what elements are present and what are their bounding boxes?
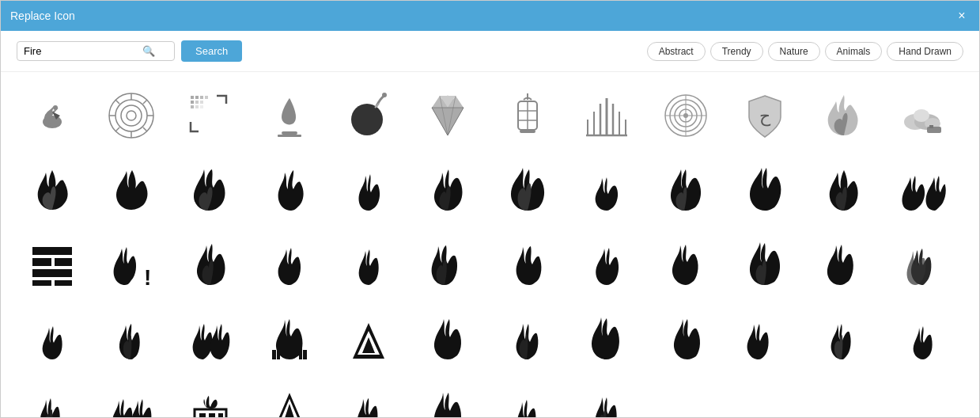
search-icon: 🔍: [142, 45, 155, 57]
icon-cell[interactable]: [492, 154, 563, 226]
icon-cell[interactable]: [333, 229, 404, 300]
svg-line-12: [143, 100, 147, 104]
filter-abstract[interactable]: Abstract: [647, 42, 706, 61]
svg-rect-14: [191, 96, 194, 99]
icon-cell[interactable]: !: [96, 229, 167, 300]
icon-cell[interactable]: [96, 80, 167, 151]
svg-rect-15: [195, 96, 199, 99]
icon-cell[interactable]: [254, 80, 325, 151]
icon-cell[interactable]: [492, 378, 563, 417]
search-area: 🔍 Search: [17, 40, 242, 62]
icon-cell[interactable]: [650, 303, 721, 374]
icon-cell[interactable]: [492, 80, 563, 151]
svg-line-13: [115, 127, 119, 131]
icon-cell[interactable]: ح: [729, 80, 800, 151]
search-button-label: Search: [195, 45, 228, 57]
icon-cell[interactable]: [333, 80, 404, 151]
svg-rect-64: [32, 247, 72, 255]
icon-cell[interactable]: [571, 229, 642, 300]
filter-hand-drawn[interactable]: Hand Drawn: [887, 42, 963, 61]
icon-grid: ح: [17, 80, 963, 417]
svg-rect-20: [205, 96, 208, 99]
icon-cell[interactable]: [17, 80, 88, 151]
svg-point-27: [382, 93, 387, 97]
icon-cell[interactable]: [412, 303, 483, 374]
svg-rect-62: [927, 127, 941, 133]
icon-cell[interactable]: [650, 80, 721, 151]
close-button[interactable]: ×: [954, 8, 970, 24]
svg-rect-78: [218, 413, 223, 417]
icon-cell[interactable]: [96, 154, 167, 226]
icon-cell[interactable]: [17, 378, 88, 417]
svg-rect-23: [200, 105, 203, 108]
svg-rect-24: [282, 131, 297, 135]
icon-cell[interactable]: [808, 303, 880, 374]
icon-cell[interactable]: [729, 303, 800, 374]
search-input[interactable]: [24, 45, 142, 57]
icon-cell[interactable]: [175, 378, 246, 417]
icon-cell[interactable]: [17, 229, 88, 300]
svg-rect-72: [277, 347, 280, 359]
svg-point-3: [115, 100, 147, 131]
svg-rect-21: [191, 105, 194, 108]
icon-cell[interactable]: [650, 229, 721, 300]
icon-cell[interactable]: [412, 80, 483, 151]
svg-text:ح: ح: [759, 106, 771, 127]
title-bar-label: Replace Icon: [10, 10, 75, 22]
svg-rect-76: [199, 413, 206, 417]
icon-cell[interactable]: [17, 303, 88, 374]
svg-rect-73: [299, 347, 302, 359]
filter-animals[interactable]: Animals: [825, 42, 883, 61]
icon-cell[interactable]: [412, 154, 483, 226]
svg-rect-22: [195, 105, 199, 108]
icon-cell[interactable]: [887, 80, 959, 151]
icon-cell[interactable]: [333, 378, 404, 417]
icon-cell[interactable]: [254, 378, 325, 417]
icon-cell[interactable]: [571, 154, 642, 226]
icon-cell[interactable]: [571, 80, 642, 151]
icon-cell[interactable]: [96, 303, 167, 374]
icon-cell[interactable]: [333, 303, 404, 374]
icon-cell[interactable]: [96, 378, 167, 417]
icon-cell[interactable]: [571, 303, 642, 374]
svg-line-11: [143, 127, 147, 131]
icon-cell[interactable]: [650, 154, 721, 226]
svg-point-5: [127, 111, 136, 120]
svg-rect-17: [191, 101, 194, 104]
icon-cell[interactable]: [412, 229, 483, 300]
search-input-wrapper: 🔍: [17, 41, 175, 61]
icon-cell[interactable]: [729, 229, 800, 300]
svg-point-26: [351, 104, 383, 135]
icon-cell[interactable]: [412, 378, 483, 417]
icon-cell[interactable]: [492, 229, 563, 300]
icon-cell[interactable]: [17, 154, 88, 226]
filter-nature[interactable]: Nature: [768, 42, 820, 61]
icon-cell[interactable]: [808, 154, 880, 226]
svg-line-10: [115, 100, 119, 104]
icon-cell[interactable]: [571, 378, 642, 417]
svg-rect-40: [520, 130, 535, 133]
icon-cell[interactable]: [887, 229, 959, 300]
icon-cell[interactable]: [254, 154, 325, 226]
icon-cell[interactable]: [175, 80, 246, 151]
filter-trendy[interactable]: Trendy: [710, 42, 763, 61]
svg-rect-67: [32, 269, 72, 277]
icon-cell[interactable]: [254, 303, 325, 374]
icon-grid-container[interactable]: ح: [1, 72, 979, 417]
svg-rect-63: [929, 125, 933, 128]
icon-cell[interactable]: [175, 303, 246, 374]
svg-rect-74: [303, 350, 307, 359]
icon-cell[interactable]: [808, 229, 880, 300]
icon-cell[interactable]: [254, 229, 325, 300]
icon-cell[interactable]: [729, 154, 800, 226]
icon-cell[interactable]: [887, 154, 959, 226]
svg-rect-71: [272, 350, 276, 359]
icon-cell[interactable]: [808, 80, 880, 151]
icon-cell[interactable]: [175, 154, 246, 226]
icon-cell[interactable]: [887, 303, 959, 374]
icon-cell[interactable]: [492, 303, 563, 374]
icon-cell[interactable]: [175, 229, 246, 300]
icon-cell[interactable]: [333, 154, 404, 226]
svg-rect-16: [200, 96, 203, 99]
search-button[interactable]: Search: [181, 40, 242, 62]
